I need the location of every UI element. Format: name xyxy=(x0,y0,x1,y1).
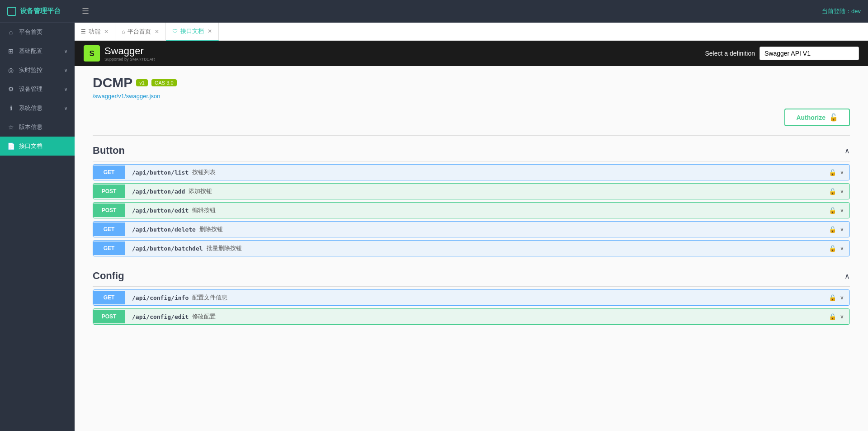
desc-text: 删除按钮 xyxy=(199,225,223,233)
sidebar-item-api-docs[interactable]: 📄 接口文档 xyxy=(0,137,75,156)
tab-api-docs[interactable]: 🛡 接口文档 ✕ xyxy=(166,23,219,41)
sidebar-item-label: 实时监控 xyxy=(19,66,42,74)
api-group-button-header[interactable]: Button ∧ xyxy=(93,140,850,161)
sidebar-item-system-info[interactable]: ℹ 系统信息 ∨ xyxy=(0,99,75,118)
api-group-button-title: Button xyxy=(93,145,125,156)
sidebar-item-version-info[interactable]: ☆ 版本信息 xyxy=(0,118,75,137)
endpoint-right: 🔒 ∨ xyxy=(823,203,849,218)
tab-feature[interactable]: ☰ 功能 ✕ xyxy=(75,23,115,41)
swagger-api-select[interactable]: Swagger API V1 xyxy=(760,47,859,60)
chevron-down-icon: ∨ xyxy=(64,68,67,73)
swagger-logo: S Swagger Supported by SMARTBEAR xyxy=(84,45,155,62)
settings-icon: ⚙ xyxy=(7,85,14,93)
swagger-logo-sub: Supported by SMARTBEAR xyxy=(104,57,155,62)
endpoint-path: /api/button/edit 编辑按钮 xyxy=(125,203,823,218)
endpoint-path: /api/button/delete 删除按钮 xyxy=(125,222,823,237)
api-group-config-header[interactable]: Config ∧ xyxy=(93,265,850,287)
endpoint-right: 🔒 ∨ xyxy=(823,241,849,256)
method-get-badge: GET xyxy=(93,223,125,236)
authorize-button[interactable]: Authorize 🔓 xyxy=(784,109,850,126)
lock-icon: 🔒 xyxy=(829,188,836,195)
endpoint-right: 🔒 ∨ xyxy=(823,184,849,199)
sidebar-item-label: 基础配置 xyxy=(19,47,42,55)
desc-text: 按钮列表 xyxy=(192,168,216,176)
tab-feature-label: 功能 xyxy=(89,28,100,36)
swagger-select-label: Select a definition xyxy=(705,50,755,57)
method-get-badge: GET xyxy=(93,166,125,179)
endpoint-config-info[interactable]: GET /api/config/info 配置文件信息 🔒 ∨ xyxy=(93,289,850,306)
tab-platform-home[interactable]: ⌂ 平台首页 ✕ xyxy=(115,23,166,41)
endpoint-button-add[interactable]: POST /api/button/add 添加按钮 🔒 ∨ xyxy=(93,183,850,199)
method-post-badge: POST xyxy=(93,310,125,323)
topbar-left: ☰ xyxy=(82,6,89,16)
desc-text: 批量删除按钮 xyxy=(207,244,242,252)
divider xyxy=(93,135,850,136)
star-icon: ☆ xyxy=(7,123,14,131)
endpoint-right: 🔒 ∨ xyxy=(823,290,849,305)
sidebar-item-label: 系统信息 xyxy=(19,104,42,112)
sidebar-item-label: 接口文档 xyxy=(19,142,42,150)
endpoint-right: 🔒 ∨ xyxy=(823,165,849,180)
desc-text: 配置文件信息 xyxy=(192,294,227,302)
api-group-config-chevron: ∧ xyxy=(844,272,850,280)
method-get-badge: GET xyxy=(93,242,125,255)
lock-icon: 🔒 xyxy=(829,294,836,301)
path-text: /api/config/info xyxy=(132,294,189,301)
path-text: /api/config/edit xyxy=(132,313,189,320)
home-icon: ⌂ xyxy=(7,28,14,36)
tab-platform-home-label: 平台首页 xyxy=(127,28,151,36)
swagger-logo-text: Swagger xyxy=(104,45,155,57)
method-post-badge: POST xyxy=(93,185,125,198)
chevron-down-icon: ∨ xyxy=(64,106,67,111)
path-text: /api/button/add xyxy=(132,188,185,195)
endpoint-config-edit[interactable]: POST /api/config/edit 修改配置 🔒 ∨ xyxy=(93,308,850,325)
desc-text: 修改配置 xyxy=(192,313,216,321)
badge-v1: v1 xyxy=(136,79,148,86)
endpoint-right: 🔒 ∨ xyxy=(823,309,849,324)
endpoint-button-delete[interactable]: GET /api/button/delete 删除按钮 🔒 ∨ xyxy=(93,221,850,237)
hamburger-icon[interactable]: ☰ xyxy=(82,6,89,16)
expand-icon: ∨ xyxy=(840,188,844,194)
sidebar: 设备管理平台 ⌂ 平台首页 ⊞ 基础配置 ∨ ◎ 实时监控 ∨ ⚙ 设备管理 ∨… xyxy=(0,0,75,431)
api-title-area: DCMP v1 OAS 3.0 /swagger/v1/swagger.json xyxy=(93,75,850,99)
desc-text: 添加按钮 xyxy=(189,187,212,195)
info-icon: ℹ xyxy=(7,104,14,112)
tab-api-docs-close[interactable]: ✕ xyxy=(208,28,212,34)
tab-platform-home-close[interactable]: ✕ xyxy=(155,28,159,35)
tab-feature-close[interactable]: ✕ xyxy=(104,28,108,35)
sidebar-item-basic-config[interactable]: ⊞ 基础配置 ∨ xyxy=(0,42,75,61)
api-group-button: Button ∧ GET /api/button/list 按钮列表 🔒 ∨ xyxy=(93,140,850,256)
logo-icon xyxy=(7,7,16,16)
expand-icon: ∨ xyxy=(840,207,844,213)
badge-oas: OAS 3.0 xyxy=(151,79,177,86)
api-title: DCMP v1 OAS 3.0 xyxy=(93,75,850,90)
sidebar-item-platform-home[interactable]: ⌂ 平台首页 xyxy=(0,23,75,42)
lock-icon: 🔓 xyxy=(829,113,838,122)
swagger-header: S Swagger Supported by SMARTBEAR Select … xyxy=(75,41,868,66)
sidebar-item-device-manage[interactable]: ⚙ 设备管理 ∨ xyxy=(0,80,75,99)
chevron-down-icon: ∨ xyxy=(64,87,67,92)
endpoint-button-batchdel[interactable]: GET /api/button/batchdel 批量删除按钮 🔒 ∨ xyxy=(93,240,850,256)
content-area: S Swagger Supported by SMARTBEAR Select … xyxy=(75,41,868,431)
tab-home-icon: ⌂ xyxy=(122,28,125,35)
endpoint-button-list[interactable]: GET /api/button/list 按钮列表 🔒 ∨ xyxy=(93,164,850,180)
main-area: ☰ 当前登陆：dev ☰ 功能 ✕ ⌂ 平台首页 ✕ 🛡 接口文档 ✕ xyxy=(75,0,868,431)
tab-feature-icon: ☰ xyxy=(81,28,86,35)
grid-icon: ⊞ xyxy=(7,47,14,55)
endpoint-path: /api/config/edit 修改配置 xyxy=(125,309,823,324)
endpoint-button-edit[interactable]: POST /api/button/edit 编辑按钮 🔒 ∨ xyxy=(93,202,850,218)
sidebar-item-realtime-monitor[interactable]: ◎ 实时监控 ∨ xyxy=(0,61,75,80)
path-text: /api/button/batchdel xyxy=(132,245,203,252)
endpoint-path: /api/button/list 按钮列表 xyxy=(125,165,823,180)
sidebar-logo: 设备管理平台 xyxy=(0,0,75,23)
topbar: ☰ 当前登陆：dev xyxy=(75,0,868,23)
method-post-badge: POST xyxy=(93,204,125,217)
shield-icon: ◎ xyxy=(7,66,14,74)
api-group-config-title: Config xyxy=(93,270,124,282)
username: dev xyxy=(851,8,861,14)
path-text: /api/button/list xyxy=(132,169,189,176)
authorize-area: Authorize 🔓 xyxy=(93,109,850,126)
app-title: 设备管理平台 xyxy=(20,7,61,15)
expand-icon: ∨ xyxy=(840,169,844,175)
desc-text: 编辑按钮 xyxy=(192,206,216,214)
